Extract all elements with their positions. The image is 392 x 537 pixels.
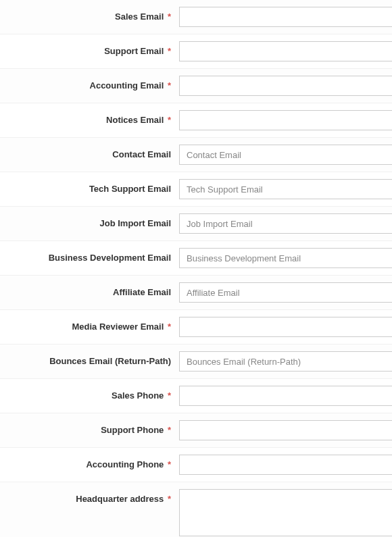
input-wrap [179, 489, 392, 537]
form-row-contact-email: Contact Email [0, 138, 392, 172]
required-marker: * [168, 115, 171, 125]
job-import-email-input[interactable] [179, 213, 392, 234]
required-marker: * [168, 322, 171, 332]
input-wrap [179, 420, 392, 440]
form-row-support-email: Support Email * [0, 34, 392, 69]
support-phone-input[interactable] [179, 420, 392, 440]
label-text: Affiliate Email [113, 287, 171, 297]
input-wrap [179, 41, 392, 61]
input-wrap [179, 145, 392, 165]
form-row-notices-email: Notices Email * [0, 103, 392, 138]
required-marker: * [168, 390, 171, 401]
required-marker: * [168, 425, 171, 435]
input-wrap [179, 76, 392, 96]
required-marker: * [168, 80, 171, 91]
input-wrap [179, 317, 392, 337]
form-row-headquarter-address: Headquarter address * [0, 482, 392, 537]
label-text: Support Phone [101, 425, 164, 435]
accounting-phone-input[interactable] [179, 455, 392, 475]
input-wrap [179, 351, 392, 372]
sales-phone-input[interactable] [179, 386, 392, 406]
label-text: Job Import Email [100, 218, 171, 228]
label-contact-email: Contact Email [0, 145, 179, 159]
label-text: Sales Phone [112, 390, 164, 401]
label-text: Media Reviewer Email [72, 322, 164, 332]
accounting-email-input[interactable] [179, 76, 392, 96]
label-sales-email: Sales Email * [0, 7, 179, 22]
form-row-tech-support-email: Tech Support Email [0, 172, 392, 207]
form-row-sales-phone: Sales Phone * [0, 379, 392, 413]
label-text: Accounting Phone [86, 459, 164, 469]
label-bounces-email: Bounces Email (Return-Path) [0, 351, 179, 366]
label-text: Business Development Email [49, 253, 171, 263]
label-support-phone: Support Phone * [0, 420, 179, 435]
label-text: Contact Email [112, 149, 171, 159]
label-text: Bounces Email (Return-Path) [49, 356, 171, 366]
support-email-input[interactable] [179, 41, 392, 61]
sales-email-input[interactable] [179, 7, 392, 27]
input-wrap [179, 110, 392, 130]
label-text: Support Email [104, 46, 164, 56]
form-row-support-phone: Support Phone * [0, 413, 392, 448]
required-marker: * [168, 459, 171, 469]
input-wrap [179, 213, 392, 234]
required-marker: * [168, 11, 171, 22]
form-row-accounting-phone: Accounting Phone * [0, 448, 392, 482]
label-sales-phone: Sales Phone * [0, 386, 179, 401]
input-wrap [179, 179, 392, 199]
tech-support-email-input[interactable] [179, 179, 392, 199]
label-text: Accounting Email [90, 80, 164, 91]
form-row-accounting-email: Accounting Email * [0, 69, 392, 103]
input-wrap [179, 7, 392, 27]
label-job-import-email: Job Import Email [0, 213, 179, 228]
notices-email-input[interactable] [179, 110, 392, 130]
label-text: Sales Email [115, 11, 164, 22]
form-row-business-dev-email: Business Development Email [0, 241, 392, 276]
input-wrap [179, 282, 392, 303]
input-wrap [179, 248, 392, 268]
form-row-affiliate-email: Affiliate Email [0, 276, 392, 310]
label-business-dev-email: Business Development Email [0, 248, 179, 263]
required-marker: * [168, 494, 171, 504]
input-wrap [179, 386, 392, 406]
label-accounting-phone: Accounting Phone * [0, 455, 179, 469]
form-row-media-reviewer-email: Media Reviewer Email * [0, 310, 392, 344]
label-media-reviewer-email: Media Reviewer Email * [0, 317, 179, 332]
business-dev-email-input[interactable] [179, 248, 392, 268]
form-row-bounces-email: Bounces Email (Return-Path) [0, 344, 392, 379]
input-wrap [179, 455, 392, 475]
label-text: Tech Support Email [89, 184, 171, 194]
label-notices-email: Notices Email * [0, 110, 179, 125]
label-accounting-email: Accounting Email * [0, 76, 179, 91]
settings-form: Sales Email * Support Email * Accounting… [0, 0, 392, 537]
headquarter-address-input[interactable] [179, 489, 392, 536]
label-support-email: Support Email * [0, 41, 179, 56]
bounces-email-input[interactable] [179, 351, 392, 372]
affiliate-email-input[interactable] [179, 282, 392, 303]
label-text: Headquarter address [76, 494, 164, 504]
label-text: Notices Email [106, 115, 164, 125]
form-row-job-import-email: Job Import Email [0, 207, 392, 241]
required-marker: * [168, 46, 171, 56]
form-row-sales-email: Sales Email * [0, 0, 392, 34]
label-headquarter-address: Headquarter address * [0, 489, 179, 504]
label-affiliate-email: Affiliate Email [0, 282, 179, 297]
label-tech-support-email: Tech Support Email [0, 179, 179, 194]
media-reviewer-email-input[interactable] [179, 317, 392, 337]
contact-email-input[interactable] [179, 145, 392, 165]
